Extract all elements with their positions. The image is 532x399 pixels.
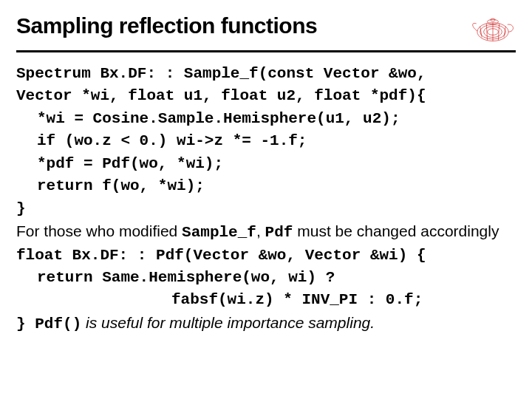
- code-line: }: [16, 198, 516, 220]
- code-line: Spectrum Bx.DF: : Sample_f(const Vector …: [16, 63, 516, 85]
- mixed-line: } Pdf() is useful for multiple importanc…: [16, 312, 516, 335]
- code-line: *wi = Cosine.Sample.Hemisphere(u1, u2);: [16, 108, 516, 130]
- code-line: Vector *wi, float u1, float u2, float *p…: [16, 85, 516, 107]
- code-line: if (wo.z < 0.) wi->z *= -1.f;: [16, 130, 516, 152]
- code-line: return Same.Hemisphere(wo, wi) ?: [16, 267, 516, 289]
- code-line: return f(wo, *wi);: [16, 175, 516, 197]
- prose-text: must be changed accordingly: [293, 222, 499, 239]
- teapot-icon: [470, 13, 516, 46]
- slide-body: Spectrum Bx.DF: : Sample_f(const Vector …: [16, 63, 516, 335]
- prose-text: is useful for multiple importance sampli…: [81, 314, 375, 331]
- code-line: float Bx.DF: : Pdf(Vector &wo, Vector &w…: [16, 245, 516, 267]
- prose-text: For those who modified: [16, 222, 182, 239]
- code-line: fabsf(wi.z) * INV_PI : 0.f;: [16, 289, 516, 311]
- inline-code: Pdf(): [35, 316, 81, 332]
- prose-text: ,: [256, 222, 265, 239]
- prose-line: For those who modified Sample_f, Pdf mus…: [16, 220, 516, 244]
- page-title: Sampling reflection functions: [16, 13, 317, 38]
- inline-code: Sample_f: [182, 224, 256, 241]
- code-line: *pdf = Pdf(wo, *wi);: [16, 153, 516, 175]
- code-line: }: [16, 316, 35, 332]
- svg-point-5: [491, 18, 495, 21]
- inline-code: Pdf: [265, 224, 293, 241]
